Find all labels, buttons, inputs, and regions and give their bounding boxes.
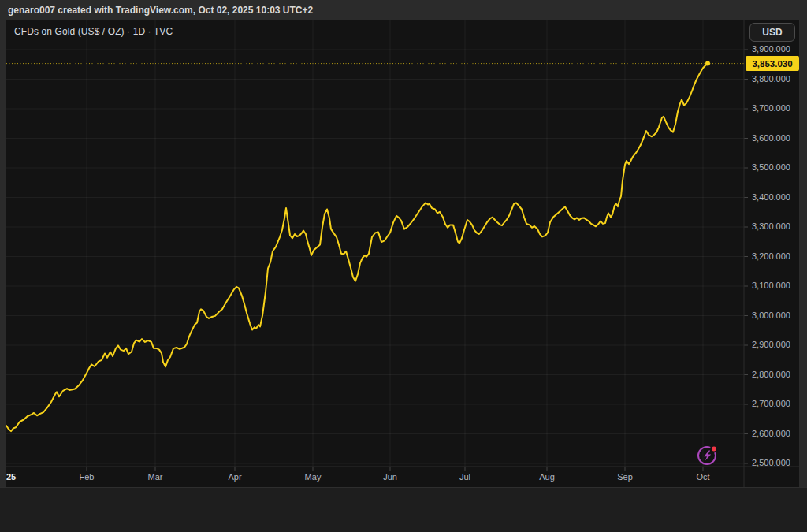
alert-red-dot-icon [711,446,717,452]
price-line-series [6,64,708,431]
tradingview-snapshot: genaro007 created with TradingView.com, … [0,0,807,532]
last-point-dot [705,61,710,66]
snapshot-footer: TradingView [0,487,807,532]
price-chart[interactable] [0,0,807,532]
lightning-bolt-icon [704,450,711,460]
currency-button[interactable]: USD [749,23,795,42]
flash-alert-button[interactable] [696,444,720,467]
